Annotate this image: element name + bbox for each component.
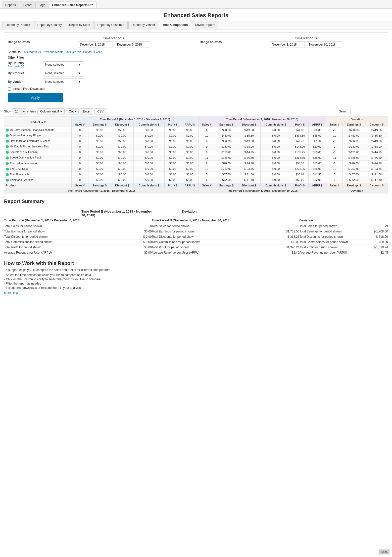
tab-logs[interactable]: Logs [35,2,48,8]
period-a-date2[interactable] [115,41,150,48]
summary-row-label: Total Earnings for period shown [4,230,46,233]
period-b-date1[interactable] [270,41,305,48]
summary-row-label-b: Total Sales for period shown [152,224,190,228]
summary-row-label-d: Average Revenue per User (ARPU) [299,251,347,254]
list-item: Average Revenue per User (ARPU)$2.45 [152,250,300,255]
search-box: Search: [339,109,388,114]
table-controls: Show 10 25 50 100 entries Column visibil… [4,108,388,114]
entries-select[interactable]: 10 25 50 100 [13,108,26,114]
table-row: Think and Get Rich 0 $0.00 $-0.00 $-0.00… [4,177,388,183]
apply-button[interactable]: Apply [8,93,63,102]
product-dropdown[interactable]: None selected ▼ [43,70,83,76]
country-dropdown[interactable]: None selected ▼ [43,61,83,68]
summary-title: Report Summary [4,198,388,206]
pb-arpu-header: ARPU $ [309,122,326,127]
data-table: Product ▲▼ Time Period A (December 1, 20… [4,116,388,193]
tab-vendor[interactable]: Report by Vendor [128,21,158,29]
tab-country[interactable]: Report by Country [34,21,65,29]
how-to-bullet: - Filter the report as needed [4,282,388,285]
table-row: The 1-Hour Workweek 0 $0.00 $-0.00 $-0.0… [4,161,388,166]
summary-value-a: $0.00 [137,246,152,249]
table-row: My Dad is Richer than Your Dad 0 $0.00 $… [4,144,388,149]
list-item: Total Profit for period shown$1,390.24 [152,245,300,250]
top-tab-bar: Reports Export Logs Enhanced Sales Repor… [0,0,392,9]
page-title: Enhanced Sales Reports [0,9,392,21]
by-country-label: By Country [8,61,43,65]
list-item: Total Discounts for period shown$-0.00 [4,234,152,240]
list-item: Average Revenue per User (ARPU)$2.45 [299,250,388,255]
list-item: Total Commissions for period shown$-0.00 [299,240,388,245]
summary-value-a: $0.00 [137,230,152,233]
summary-value-d: $-1,390.24 [373,246,388,249]
summary-value-a: $-0.00 [137,235,152,238]
tab-time-comparison[interactable]: Time Comparison [159,21,191,29]
csv-button[interactable]: CSV [94,108,106,114]
report-summary: Report Summary Time Period B (November 1… [4,198,388,255]
tab-enhanced[interactable]: Enhanced Sales Reports Pro [49,2,97,8]
summary-value-d: $-1,708.50 [373,230,388,233]
footer-period-b: Time Period B (November 1, 2018 - Novemb… [199,188,326,193]
pa-profit-header: Profit $ [164,122,181,127]
tab-saved[interactable]: Saved Reports [192,21,218,29]
product-name: How to Be an Overnight Success [4,138,72,144]
summary-row-label: Total Commissions for period shown [4,240,53,244]
shortcut-month[interactable]: This Month vs. Previous Month [22,50,64,54]
tab-customer[interactable]: Report by Customer [94,21,128,29]
period-b-date2[interactable] [307,41,342,48]
sync-with-db-link[interactable]: Sync with DB [8,65,43,68]
pa-earnings-header: Earnings $ [88,122,111,127]
summary-value-a: 0 [137,224,152,228]
more-help-link[interactable]: More Help. [4,291,19,295]
table-row: Disaster Recovery Plugin 0 $0.00 $-0.00 … [4,133,388,138]
vendor-dropdown[interactable]: None selected ▼ [43,78,83,85]
search-label: Search: [339,110,349,113]
summary-value-a: $-0.00 [137,240,152,244]
summary-period-b-header: Time Period B (November 1, 2018 - Novemb… [79,209,155,219]
show-entries: Show 10 25 50 100 entries [4,108,36,114]
by-product-label: By Product [8,71,43,75]
range-of-dates-label-b: Range of Dates [200,40,227,44]
period-b-header: Time Period B (November 1, 2018 - Novemb… [199,117,326,122]
filter-section: Range of Dates Time Period A Range of Da… [4,32,388,106]
summary-row-label-d: Total Profit for period shown [299,246,337,249]
dev-sales-header: Sales # [326,122,342,127]
period-a-header: Time Period A (December 1, 2018 - Decemb… [72,117,199,122]
shortcut-year[interactable]: This year vs. Previous Year [65,50,102,54]
summary-value-d: $-0.00 [373,240,388,244]
summary-value-d: $-318.26 [373,235,388,238]
product-name: Speed Optimization Plugin [4,155,72,161]
list-item: Total Sales for period shown-79 [299,224,388,229]
tab-reports[interactable]: Reports [2,2,19,8]
summary-row-label-b: Total Discounts for period shown [152,235,195,238]
product-name: The 100x Rule [4,166,72,172]
pa-discount-header: Discount $ [111,122,133,127]
pa-arpu-header: ARPU $ [181,122,198,127]
how-to-bullet: - Select the time periods for which you … [4,273,388,277]
summary-value-b: $1,708.50 [284,230,299,233]
summary-row-label-d: Total Commissions for period shown [299,240,348,244]
by-vendor-label: By Vendor [8,80,43,84]
tab-state[interactable]: Report by State [66,21,93,29]
copy-button[interactable]: Copy [66,108,79,114]
list-item: Average Revenue per User (ARPU)$0.00 [4,250,152,255]
list-item: Total Earnings for period shown$-1,708.5… [299,229,388,234]
summary-row-label-b: Average Revenue per User (ARPU) [152,251,200,254]
summary-row-label: Total Sales for period shown [4,224,42,228]
period-a-date1[interactable] [78,41,113,48]
tab-export[interactable]: Export [20,2,35,8]
summary-row-label: Total Discounts for period shown [4,235,47,238]
pb-profit-header: Profit $ [291,122,309,127]
search-input[interactable] [350,109,388,114]
table-row: Speed Optimization Plugin 0 $0.00 $-0.00… [4,155,388,161]
include-free-dl-checkbox[interactable] [8,87,11,91]
list-item: Total Commissions for period shown$-0.00 [4,240,152,245]
list-item: Total Discounts for period shown$-318.26 [299,234,388,240]
summary-row-label-b: Total Earnings for period shown [152,230,194,233]
excel-button[interactable]: Excel [80,108,93,114]
product-name: 10 Easy Steps to Financial Freedom [4,127,72,133]
product-name: Think and Get Rich [4,177,72,183]
column-visibility-button[interactable]: Column visibility [37,108,65,114]
product-col-header: Product ▲▼ [4,117,72,127]
tab-product[interactable]: Report by Product [3,21,33,29]
summary-value-d: $2.45 [373,251,388,254]
